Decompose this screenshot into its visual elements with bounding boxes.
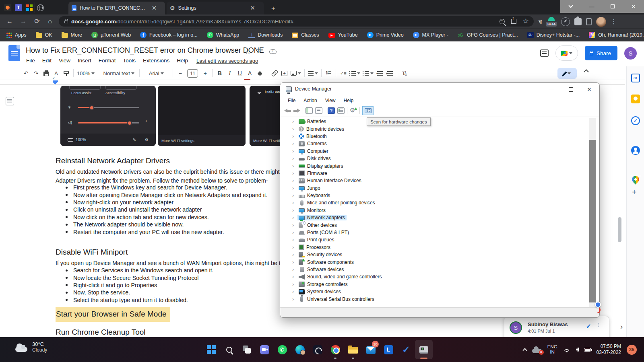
edge-button[interactable]: [291, 340, 309, 359]
language-indicator[interactable]: ENG IN: [547, 344, 557, 355]
dm-item-bluetooth[interactable]: ›Bluetooth: [280, 133, 590, 140]
dm-item-computer[interactable]: ›Computer: [280, 148, 590, 155]
styles-select[interactable]: Normal text: [100, 68, 137, 78]
star-document-icon[interactable]: ☆: [245, 47, 251, 56]
sidebar-extension-icon[interactable]: [586, 18, 592, 25]
battery-icon[interactable]: [584, 348, 591, 352]
menu-tools[interactable]: Tools: [120, 57, 139, 64]
zoom-icon[interactable]: [500, 19, 505, 24]
page-scrollbar[interactable]: [618, 217, 621, 242]
dm-item-software-devices[interactable]: ›Software devices: [280, 266, 590, 273]
expand-chevron-icon[interactable]: ›: [292, 126, 297, 132]
checklist-button[interactable]: ✓≡: [338, 68, 348, 78]
align-button[interactable]: [307, 68, 319, 78]
expand-chevron-icon[interactable]: ›: [292, 192, 297, 199]
dm-scrollbar-thumb[interactable]: [589, 140, 596, 302]
todo-button[interactable]: ✓: [397, 340, 415, 359]
underline-button[interactable]: U: [235, 68, 245, 78]
dm-item-firmware[interactable]: ›Firmware: [280, 170, 590, 177]
pinned-tab-web[interactable]: [35, 2, 46, 13]
dm-item-mice[interactable]: ›Mice and other pointing devices: [280, 199, 590, 206]
indent-marker[interactable]: [53, 80, 58, 84]
dm-maximize-button[interactable]: [561, 83, 580, 96]
list-view-icon[interactable]: [337, 107, 345, 114]
properties-icon[interactable]: [315, 107, 322, 114]
insert-link-button[interactable]: [269, 68, 279, 78]
help-icon[interactable]: ?: [328, 107, 335, 114]
print-button[interactable]: [41, 68, 51, 78]
calendar-icon[interactable]: 31: [631, 74, 640, 82]
task-view-button[interactable]: [238, 340, 256, 359]
bookmark-mx-player[interactable]: ▶MX Player -: [413, 32, 448, 38]
update-driver-icon[interactable]: [350, 107, 357, 114]
browser-menu-icon[interactable]: ⋮: [611, 18, 617, 25]
bookmark-folder-ok[interactable]: OK: [36, 32, 52, 38]
add-addon-button[interactable]: +: [632, 188, 637, 197]
profile-avatar[interactable]: [596, 17, 606, 27]
bookmark-prime-video[interactable]: ▶Prime Video: [367, 32, 404, 38]
bookmark-youtube[interactable]: ▶YouTube: [328, 32, 358, 38]
dm-menu-action[interactable]: Action: [300, 97, 320, 105]
dm-item-display-adapters[interactable]: ›Display adapters: [280, 162, 590, 169]
wifi-icon[interactable]: [563, 347, 570, 352]
mail-button[interactable]: 10: [362, 340, 380, 359]
pinned-tab-microsoft[interactable]: [24, 2, 35, 13]
menu-view[interactable]: View: [56, 57, 73, 64]
home-button[interactable]: ⌂: [45, 16, 55, 26]
hide-panel-chevron[interactable]: ›: [620, 322, 623, 331]
extensions-puzzle-icon[interactable]: [574, 18, 582, 25]
italic-button[interactable]: I: [225, 68, 235, 78]
search-button[interactable]: [220, 340, 238, 359]
expand-chevron-icon[interactable]: ›: [292, 200, 297, 206]
dm-item-hid[interactable]: ›Human Interface Devices: [280, 177, 590, 184]
open-comments-icon[interactable]: [540, 49, 549, 57]
dm-item-monitors[interactable]: ›Monitors: [280, 207, 590, 214]
expand-chevron-icon[interactable]: ›: [292, 229, 297, 236]
dm-item-storage-controllers[interactable]: ›Storage controllers: [280, 281, 590, 288]
expand-chevron-icon[interactable]: ›: [292, 170, 297, 177]
menu-file[interactable]: File: [23, 57, 38, 64]
expand-chevron-icon[interactable]: ›: [292, 288, 297, 295]
dm-close-button[interactable]: ✕: [580, 83, 599, 96]
tab-settings[interactable]: ⚙ Settings ✕: [167, 2, 264, 14]
close-tab-icon[interactable]: ✕: [151, 4, 158, 12]
bookmark-hotstar[interactable]: ∂hDisney+ Hotstar -...: [527, 32, 580, 38]
font-select[interactable]: Arial: [142, 68, 171, 78]
expand-chevron-icon[interactable]: ›: [292, 251, 297, 258]
expand-chevron-icon[interactable]: ›: [292, 133, 297, 140]
undo-button[interactable]: ↶: [21, 68, 31, 78]
new-tab-button[interactable]: +: [268, 3, 279, 14]
forward-button[interactable]: →: [19, 16, 28, 26]
numbered-list-button[interactable]: [361, 68, 375, 78]
comment-menu-icon[interactable]: ⋮: [596, 322, 601, 328]
expand-chevron-icon[interactable]: ›: [292, 259, 297, 265]
spellcheck-button[interactable]: A: [51, 68, 61, 78]
dm-item-processors[interactable]: ›Processors: [280, 244, 590, 251]
maximize-button[interactable]: [602, 0, 623, 13]
file-explorer-button[interactable]: [344, 340, 362, 359]
bookmark-gfg[interactable]: ɜGGFG Courses | Pract...: [458, 32, 518, 38]
dm-item-software-components[interactable]: ›Software components: [280, 258, 590, 265]
clear-formatting-button[interactable]: T̸ₓ: [399, 68, 409, 78]
resolve-comment-icon[interactable]: ✓: [586, 323, 591, 330]
google-docs-logo[interactable]: [8, 45, 20, 61]
expand-chevron-icon[interactable]: ›: [292, 177, 297, 184]
forward-arrow-icon[interactable]: [293, 109, 300, 113]
expand-chevron-icon[interactable]: ›: [292, 237, 297, 243]
dm-item-print-queues[interactable]: ›Print queues: [280, 236, 590, 243]
pinned-tab-app[interactable]: [2, 2, 13, 13]
dm-item-security-devices[interactable]: ›Security devices: [280, 251, 590, 258]
collapse-toolbar-icon[interactable]: [584, 69, 589, 74]
dm-item-system-devices[interactable]: ›System devices: [280, 288, 590, 295]
expand-chevron-icon[interactable]: ›: [292, 214, 297, 221]
highlight-color-button[interactable]: [255, 68, 265, 78]
doc-image-wifi-panel[interactable]: More Wi-Fi settings: [158, 86, 246, 146]
expand-chevron-icon[interactable]: ›: [292, 155, 297, 162]
dm-item-network-adapters[interactable]: ›Network adapters: [280, 214, 590, 221]
expand-chevron-icon[interactable]: ›: [292, 296, 297, 302]
dm-item-sound[interactable]: ›Sound, video and game controllers: [280, 273, 590, 280]
dm-minimize-button[interactable]: —: [542, 83, 561, 96]
paint-format-button[interactable]: [61, 68, 71, 78]
bookmark-star-icon[interactable]: ☆: [523, 19, 529, 24]
doc-image-quick-settings[interactable]: Focus assist Accessibility ☀ ◁) › 100% ✎…: [60, 86, 156, 146]
